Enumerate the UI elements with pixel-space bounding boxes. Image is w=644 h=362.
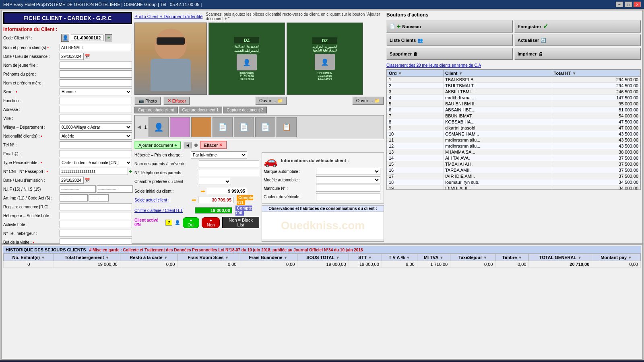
- effacer-document-button[interactable]: Effacer ✕: [200, 141, 227, 149]
- chambre-preferee-select[interactable]: [199, 178, 231, 185]
- capture-doc1-tab[interactable]: Capture document 1: [179, 107, 223, 113]
- calendar-icon[interactable]: 📅: [85, 54, 90, 59]
- thumb-nav-left[interactable]: ◄: [136, 123, 142, 131]
- ranking-row[interactable]: 6 ABSAIN HBE... 81 000,00: [387, 107, 640, 113]
- supprimer-button[interactable]: Supprimer 🗑: [386, 48, 513, 60]
- hist-col-room-sces[interactable]: Frais Room Sces ▼: [178, 254, 239, 261]
- ranking-title[interactable]: Classement des 20 meilleurs clients en t…: [386, 63, 641, 68]
- type-piece-select[interactable]: Carte d'indentité nationale [CNI]: [60, 159, 132, 166]
- effacer-photo-button[interactable]: ✕ Effacer: [163, 97, 190, 105]
- close-button[interactable]: ✕: [634, 2, 641, 7]
- thumbnail-7[interactable]: 📋: [277, 117, 297, 137]
- ranking-row[interactable]: 16 TARBA AMII. 37 500,00: [387, 167, 640, 173]
- ranking-row[interactable]: 19 IBIMBI AI II... 34 000,00: [387, 185, 640, 190]
- fonction-input[interactable]: [60, 97, 132, 104]
- ranking-row[interactable]: 17 IAIR IDIE AMII. 37 500,00: [387, 173, 640, 179]
- parents-prevenir-input[interactable]: [199, 160, 259, 167]
- tel-parents-input[interactable]: [199, 169, 259, 176]
- hist-col-mi-tva[interactable]: MI TVA ▼: [417, 254, 450, 261]
- hist-col-buanderie[interactable]: Frais Buanderie ▼: [239, 254, 297, 261]
- actualiser-button[interactable]: Actualiser 🔄: [514, 34, 641, 46]
- thumbnail-4[interactable]: 📄: [213, 117, 233, 137]
- ville-input[interactable]: [60, 115, 132, 122]
- hist-col-taxe-sejour[interactable]: TaxeSejour ▼: [450, 254, 495, 261]
- couleur-input[interactable]: [316, 193, 380, 200]
- ranking-col-ord[interactable]: Ord ▼: [387, 70, 444, 77]
- liste-clients-button[interactable]: Liste Clients 👥: [386, 34, 513, 46]
- observations-textarea[interactable]: [262, 212, 384, 239]
- hist-col-enfants[interactable]: No. Enfant(s) ▼: [4, 254, 54, 261]
- ranking-row[interactable]: 10 OSMANE HAM... 43 500,00: [387, 131, 640, 137]
- ranking-row[interactable]: 8 KOBSAB HA... 47 500,00: [387, 119, 640, 125]
- ranking-row[interactable]: 11 mrdinrasmn aliu... 43 500,00: [387, 137, 640, 143]
- ranking-col-total[interactable]: Total HT ▼: [552, 70, 640, 77]
- hist-col-total-general[interactable]: TOTAL GENERAL ▼: [529, 254, 592, 261]
- nav-left-button[interactable]: ◄: [184, 142, 192, 148]
- num-cni-input[interactable]: [60, 168, 128, 175]
- ranking-row[interactable]: 4 mrditbdi yma... 147 500,00: [387, 95, 640, 101]
- minimize-button[interactable]: −: [616, 2, 623, 7]
- capture-photo-tab[interactable]: Capture photo client: [134, 107, 178, 113]
- enregistrer-button[interactable]: Enregistrer ✓: [514, 20, 641, 33]
- ranking-row[interactable]: 7 BBUN IBMAT. 54 000,00: [387, 113, 640, 119]
- ouvrir2-button[interactable]: Ouvrir ... 📁: [352, 97, 384, 105]
- hist-col-hebergement[interactable]: Total hébergement ▼: [54, 254, 120, 261]
- photo-button[interactable]: 📷 Photo: [134, 97, 161, 105]
- thumbnail-2[interactable]: [170, 117, 190, 137]
- wilaya-select[interactable]: 01000-Wilaya d'Adrar: [60, 123, 132, 131]
- status-non-button[interactable]: ● Non: [202, 217, 220, 228]
- nationalite-select[interactable]: Algérie: [60, 132, 132, 140]
- ranking-row[interactable]: 3 AKBII I TBMI... 246 500,00: [387, 89, 640, 95]
- imprimer-button[interactable]: Imprimer 🖨: [514, 48, 641, 60]
- add-client-icon[interactable]: +: [105, 34, 112, 41]
- ranking-row[interactable]: 13 M IAMMA SA... 38 000,00: [387, 149, 640, 155]
- jeune-fille-input[interactable]: [60, 62, 132, 69]
- add-cni-icon[interactable]: +: [129, 168, 132, 175]
- hist-col-montant-paye[interactable]: Montant pay ▼: [592, 254, 641, 261]
- activite-input[interactable]: [60, 221, 132, 228]
- art-imp-input[interactable]: [60, 194, 88, 202]
- capture-doc2-tab[interactable]: Capture document 2: [223, 107, 267, 113]
- nouveau-button[interactable]: 📄 + Nouveau: [386, 20, 513, 33]
- ranking-row[interactable]: 9 djkartni (nasobi 47 000,00: [387, 125, 640, 131]
- thumbnail-3[interactable]: [191, 117, 211, 137]
- sexe-select[interactable]: Homme Femme: [60, 88, 132, 95]
- hist-col-tva[interactable]: T V A % ▼: [382, 254, 417, 261]
- hist-col-stt[interactable]: STT ▼: [349, 254, 382, 261]
- ranking-row[interactable]: 18 Ioumaur iryn sub. 34 500,00: [387, 179, 640, 185]
- thumbnail-1[interactable]: 👤: [149, 117, 169, 137]
- hebergeur-input[interactable]: [60, 212, 132, 219]
- photo-doc-link[interactable]: Photo Client + Document d'identité: [134, 14, 202, 19]
- nif-input[interactable]: [60, 185, 96, 193]
- hist-col-sous-total[interactable]: SOUS TOTAL ▼: [297, 254, 349, 261]
- thumbnail-5[interactable]: 📄: [234, 117, 254, 137]
- ranking-row[interactable]: 1 TBAI KBSEI B. 294 500,00: [387, 77, 640, 83]
- nis-input[interactable]: [97, 185, 133, 193]
- ajouter-document-button[interactable]: Ajouter document +: [134, 141, 181, 149]
- ranking-row[interactable]: 12 mrdinrasmn aliu... 43 500,00: [387, 143, 640, 149]
- hist-col-timbre[interactable]: Timbre ▼: [495, 254, 529, 261]
- pere-input[interactable]: [60, 70, 132, 78]
- date-emission-input[interactable]: [60, 177, 84, 184]
- matricule-input[interactable]: [316, 185, 380, 192]
- ranking-col-client[interactable]: Client ▼: [443, 70, 552, 77]
- maximize-button[interactable]: □: [625, 2, 632, 7]
- ranking-row[interactable]: 2 TBUI TBMAI T. 294 500,00: [387, 83, 640, 89]
- ca-label[interactable]: Chiffre d'affaire / Client H.T: [134, 208, 193, 213]
- ranking-row[interactable]: 14 AI I TAI AVA. 37 500,00: [387, 155, 640, 161]
- hist-col-resto[interactable]: Resto à la carte ▼: [120, 254, 178, 261]
- mere-input[interactable]: [60, 79, 132, 86]
- code-act-input[interactable]: [89, 194, 109, 202]
- thumbnail-6[interactable]: 📄: [255, 117, 275, 137]
- ranking-row[interactable]: 15 TMBAI AI AI I. 37 500,00: [387, 161, 640, 167]
- ouvrir1-button[interactable]: Ouvrir ... 📁: [255, 97, 287, 105]
- status-blacklist-button[interactable]: Non = Black List: [222, 217, 259, 228]
- email-input[interactable]: [60, 150, 132, 157]
- status-oui-button[interactable]: ● Oui: [183, 217, 200, 228]
- adresse-input[interactable]: [60, 106, 132, 113]
- nom-prenom-input[interactable]: [60, 44, 132, 51]
- solde-actuel-label[interactable]: Solde actuel client :: [134, 198, 190, 202]
- modele-select[interactable]: [316, 176, 380, 183]
- ranking-row[interactable]: 5 BAU BNI BM II. 95 000,00: [387, 101, 640, 107]
- registre-input[interactable]: [60, 203, 132, 210]
